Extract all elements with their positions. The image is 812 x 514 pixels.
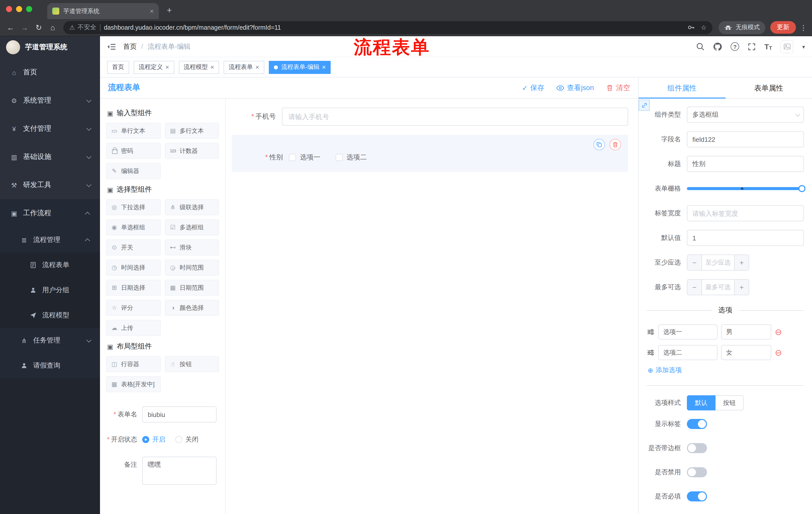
remove-option-icon[interactable] <box>775 328 782 336</box>
palette-item-table[interactable]: 表格[开发中] <box>106 376 161 392</box>
tab-component-props[interactable]: 组件属性 <box>639 77 725 98</box>
tag-close-icon[interactable] <box>210 64 214 71</box>
style-button-button[interactable]: 按钮 <box>716 395 744 410</box>
home-button[interactable]: ⌂ <box>46 21 59 34</box>
decrease-button[interactable]: − <box>687 280 702 295</box>
min-select-placeholder[interactable]: 至少应选 <box>702 255 734 270</box>
link-chip[interactable] <box>639 100 650 111</box>
status-off-radio[interactable]: 关闭 <box>175 435 199 444</box>
sidebar-item-leave-query[interactable]: 请假查询 <box>0 353 100 378</box>
browser-tab[interactable]: 芋道管理系统 <box>47 3 159 19</box>
palette-item-multi-line-text[interactable]: 多行文本 <box>165 123 219 139</box>
security-indicator[interactable]: 不安全 <box>69 23 96 32</box>
copy-widget-button[interactable] <box>593 139 605 151</box>
avatar-dropdown-caret[interactable] <box>802 43 805 50</box>
sidebar-item-process-mgmt[interactable]: ≣ 流程管理 <box>0 227 100 252</box>
sidebar-item-devtools[interactable]: ⚒ 研发工具 <box>0 171 100 199</box>
decrease-button[interactable]: − <box>687 255 702 270</box>
gender-option-2[interactable]: 选项二 <box>336 153 367 162</box>
palette-item-editor[interactable]: 编辑器 <box>106 163 161 179</box>
sidebar-item-home[interactable]: ⌂ 首页 <box>0 58 100 86</box>
minimize-window-button[interactable] <box>16 6 22 12</box>
maximize-window-button[interactable] <box>26 6 32 12</box>
github-icon[interactable] <box>713 42 722 51</box>
breadcrumb-home[interactable]: 首页 <box>123 42 137 51</box>
tag-close-icon[interactable] <box>255 64 259 71</box>
palette-item-single-line-text[interactable]: 单行文本 <box>106 123 161 139</box>
sidebar-logo[interactable]: 芋道管理系统 <box>0 36 100 58</box>
new-tab-button[interactable] <box>163 4 176 17</box>
sidebar-item-workflow[interactable]: ▣ 工作流程 <box>0 199 100 227</box>
palette-item-button[interactable]: 按钮 <box>165 356 219 372</box>
sidebar-item-system[interactable]: ⚙ 系统管理 <box>0 86 100 115</box>
reload-button[interactable]: ↻ <box>32 21 45 34</box>
sidebar-item-user-group[interactable]: 用户分组 <box>0 278 100 303</box>
palette-item-counter[interactable]: 计数器 <box>165 143 219 159</box>
default-value-input[interactable] <box>687 230 804 246</box>
close-window-button[interactable] <box>6 6 12 12</box>
tag-process-form-edit[interactable]: 流程表单-编辑 <box>269 61 331 74</box>
palette-item-row-container[interactable]: 行容器 <box>106 356 161 372</box>
palette-item-radio-group[interactable]: 单选框组 <box>106 219 161 235</box>
title-input[interactable] <box>687 156 804 172</box>
option2-value-input[interactable] <box>721 345 771 360</box>
increase-button[interactable]: + <box>734 280 749 295</box>
back-button[interactable]: ← <box>4 21 17 34</box>
palette-item-cascader[interactable]: 级联选择 <box>165 199 219 215</box>
disabled-toggle[interactable] <box>687 467 707 477</box>
tag-process-model[interactable]: 流程模型 <box>179 61 219 74</box>
component-type-select[interactable] <box>687 107 804 123</box>
tab-form-props[interactable]: 表单属性 <box>725 77 812 98</box>
grid-slider[interactable] <box>687 187 804 190</box>
update-button[interactable]: 更新 <box>770 21 796 34</box>
clear-button[interactable]: 清空 <box>606 83 630 92</box>
menu-fold-icon[interactable] <box>107 43 116 51</box>
palette-item-rate[interactable]: 评分 <box>106 300 161 316</box>
max-select-placeholder[interactable]: 最多可选 <box>702 280 734 295</box>
palette-item-time-range[interactable]: 时间范围 <box>165 260 219 276</box>
palette-item-password[interactable]: 密码 <box>106 143 161 159</box>
option1-label-input[interactable] <box>658 324 718 340</box>
show-label-toggle[interactable] <box>687 419 707 429</box>
search-icon[interactable] <box>696 42 704 51</box>
border-toggle[interactable] <box>687 443 707 453</box>
increase-button[interactable]: + <box>734 255 749 270</box>
font-size-icon[interactable] <box>764 42 772 51</box>
phone-input[interactable] <box>282 108 628 126</box>
sidebar-item-process-model[interactable]: 流程模型 <box>0 303 100 328</box>
form-name-input[interactable] <box>142 406 216 423</box>
palette-item-checkbox-group[interactable]: 多选框组 <box>165 219 219 235</box>
address-bar[interactable]: 不安全 dashboard.yudao.iocoder.cn/bpm/manag… <box>63 21 713 34</box>
tag-process-definition[interactable]: 流程定义 <box>134 61 174 74</box>
drag-handle-icon[interactable] <box>647 349 655 357</box>
sidebar-item-process-form[interactable]: 流程表单 <box>0 252 100 278</box>
sidebar-item-task-mgmt[interactable]: ⋔ 任务管理 <box>0 328 100 353</box>
label-width-input[interactable] <box>687 205 804 221</box>
drag-handle-icon[interactable] <box>647 328 655 336</box>
tag-home[interactable]: 首页 <box>107 61 129 74</box>
add-option-button[interactable]: 添加选项 <box>648 366 804 375</box>
style-default-button[interactable]: 默认 <box>687 395 716 410</box>
checkbox-unchecked-icon[interactable] <box>336 154 343 161</box>
component-type-value[interactable] <box>687 107 804 123</box>
tag-close-icon[interactable] <box>322 64 326 71</box>
palette-item-color-picker[interactable]: 颜色选择 <box>165 300 219 316</box>
forward-button[interactable]: → <box>18 21 31 34</box>
palette-item-slider[interactable]: 滑块 <box>165 239 219 255</box>
field-name-input[interactable] <box>687 131 804 147</box>
palette-item-upload[interactable]: 上传 <box>106 320 161 336</box>
remark-textarea[interactable]: 嘿嘿 <box>142 457 216 485</box>
key-icon[interactable] <box>687 24 695 31</box>
palette-item-date-picker[interactable]: 日期选择 <box>106 280 161 296</box>
tag-process-form[interactable]: 流程表单 <box>224 61 264 74</box>
gender-option-1[interactable]: 选项一 <box>289 153 320 162</box>
selected-widget-gender[interactable]: 性别 选项一 选项二 <box>232 135 628 172</box>
bookmark-star-icon[interactable] <box>701 24 706 31</box>
avatar[interactable] <box>781 40 794 53</box>
palette-item-dropdown[interactable]: 下拉选择 <box>106 199 161 215</box>
palette-item-date-range[interactable]: 日期范围 <box>165 280 219 296</box>
view-json-button[interactable]: 查看json <box>556 83 594 92</box>
remove-option-icon[interactable] <box>775 348 782 357</box>
palette-item-switch[interactable]: 开关 <box>106 239 161 255</box>
option1-value-input[interactable] <box>721 324 771 340</box>
